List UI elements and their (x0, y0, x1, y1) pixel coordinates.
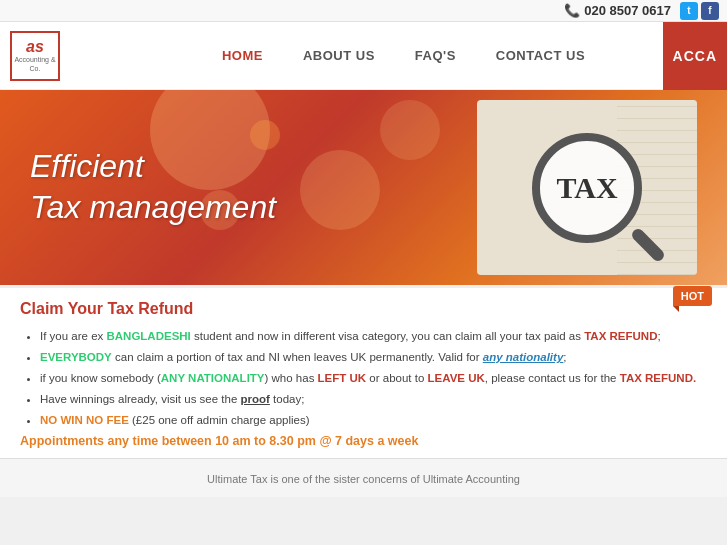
nav-item-home[interactable]: HOME (222, 48, 263, 63)
magnify-glass: TAX (532, 133, 642, 243)
appointment-line: Appointments any time between 10 am to 8… (20, 434, 707, 448)
bullet-list: If you are ex BANGLADESHI student and no… (20, 328, 707, 428)
facebook-icon[interactable]: f (701, 2, 719, 20)
hero-line1: Efficient (30, 148, 144, 184)
tax-refund-text-1: TAX REFUND (584, 330, 657, 342)
phone-number: 020 8507 0617 (584, 3, 671, 18)
any-nationality-text: ANY NATIONALITY (161, 372, 265, 384)
hero-text: Efficient Tax management (30, 146, 276, 229)
logo: as Accounting & Co. (0, 22, 80, 90)
nav-item-faqs[interactable]: FAQ'S (415, 48, 456, 63)
everybody-text: EVERYBODY (40, 351, 112, 363)
content-area: HOT Claim Your Tax Refund If you are ex … (0, 285, 727, 458)
footer-area: Ultimate Tax is one of the sister concer… (0, 458, 727, 497)
bangladeshi-text: BANGLADESHI (106, 330, 190, 342)
hero-banner: Efficient Tax management TAX (0, 90, 727, 285)
logo-main-text: as (26, 38, 44, 56)
hot-badge: HOT (673, 286, 712, 306)
claim-title: Claim Your Tax Refund (20, 300, 707, 318)
hero-line2: Tax management (30, 190, 276, 226)
top-bar: 📞 020 8507 0617 t f (0, 0, 727, 22)
bullet-any-nationality: if you know somebody (ANY NATIONALITY) w… (40, 370, 707, 386)
bullet-no-win: NO WIN NO FEE (£25 one off admin charge … (40, 412, 707, 428)
main-nav: HOME ABOUT US FAQ'S CONTACT US (80, 48, 727, 63)
bullet-proof: Have winnings already, visit us see the … (40, 391, 707, 407)
bokeh-decoration-2 (300, 150, 380, 230)
bullet-everybody: EVERYBODY can claim a portion of tax and… (40, 349, 707, 365)
footer-text: Ultimate Tax is one of the sister concer… (207, 473, 520, 485)
bullet-bangladeshi: If you are ex BANGLADESHI student and no… (40, 328, 707, 344)
no-win-text: NO WIN NO FEE (40, 414, 129, 426)
phone-icon: 📞 (564, 3, 580, 18)
leave-uk-text: LEAVE UK (428, 372, 485, 384)
header: as Accounting & Co. HOME ABOUT US FAQ'S … (0, 22, 727, 90)
proof-text: proof (241, 393, 270, 405)
twitter-icon[interactable]: t (680, 2, 698, 20)
left-uk-text: LEFT UK (318, 372, 367, 384)
tax-refund-text-2: TAX REFUND. (620, 372, 696, 384)
acca-badge: ACCA (663, 22, 727, 90)
logo-sub-text: Accounting & Co. (12, 56, 58, 73)
bokeh-decoration-3 (380, 100, 440, 160)
nav-item-about[interactable]: ABOUT US (303, 48, 375, 63)
nav-item-contact[interactable]: CONTACT US (496, 48, 585, 63)
hero-image: TAX (477, 100, 697, 275)
any-nationality-link[interactable]: any nationality (483, 351, 564, 363)
tax-word: TAX (556, 171, 617, 205)
